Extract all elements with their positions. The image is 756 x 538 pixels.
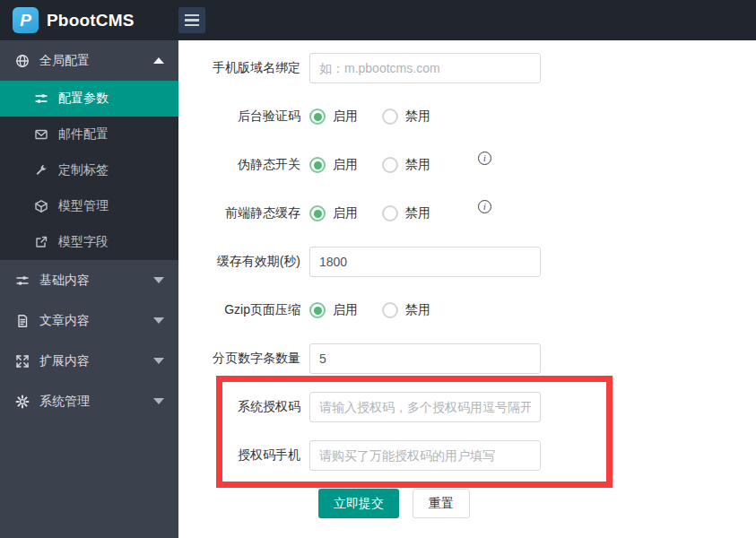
form-row-license-phone: 授权码手机 — [178, 440, 756, 471]
form-row-cache-expire: 缓存有效期(秒) — [178, 247, 756, 277]
field-label: 伪静态开关 — [178, 157, 309, 173]
field-label: 后台验证码 — [178, 108, 309, 125]
field-label: 前端静态缓存 — [178, 205, 309, 221]
pbootcms-logo-icon: P — [13, 7, 39, 33]
sidebar-item-custom-tags[interactable]: 定制标签 — [0, 152, 178, 188]
sidebar-item-config-params[interactable]: 配置参数 — [0, 81, 178, 117]
sidebar-item-label: 定制标签 — [58, 162, 109, 178]
sidebar-group-label: 文章内容 — [39, 313, 90, 329]
sidebar-group-extend-content[interactable]: 扩展内容 — [0, 341, 178, 381]
radio-icon — [382, 157, 398, 173]
wrench-icon — [34, 163, 48, 178]
sidebar-group-system-manage[interactable]: 系统管理 — [0, 381, 178, 421]
sliders-icon — [34, 91, 48, 106]
gear-icon — [15, 395, 30, 409]
sidebar-group-label: 扩展内容 — [39, 353, 90, 369]
sidebar-group-label: 基础内容 — [39, 273, 90, 289]
brand: P PbootCMS — [13, 7, 135, 33]
form-row-page-size: 分页数字条数量 — [178, 343, 756, 374]
hamburger-icon — [185, 14, 199, 17]
field-label: 授权码手机 — [178, 447, 309, 464]
radio-icon — [382, 205, 398, 221]
field-label: 系统授权码 — [178, 399, 309, 415]
license-phone-input[interactable] — [309, 440, 541, 471]
cache-expire-input[interactable] — [309, 247, 541, 277]
expand-arrows-icon — [15, 354, 30, 369]
info-icon[interactable]: i — [478, 200, 491, 213]
chevron-down-icon — [153, 358, 164, 364]
brand-name: PbootCMS — [47, 11, 135, 30]
info-icon[interactable]: i — [478, 152, 491, 165]
sliders-icon — [15, 273, 30, 288]
chevron-down-icon — [153, 277, 164, 283]
form-row-license-code: 系统授权码 — [178, 392, 756, 422]
mail-icon — [34, 127, 48, 142]
sidebar-item-model-fields[interactable]: 模型字段 — [0, 224, 178, 260]
radio-icon — [382, 302, 398, 318]
rewrite-disable-radio[interactable]: 禁用 — [382, 157, 430, 173]
form-row-rewrite: 伪静态开关 启用 禁用 i — [178, 150, 756, 180]
sidebar-item-label: 模型字段 — [58, 234, 109, 250]
sidebar-item-label: 配置参数 — [58, 91, 109, 107]
file-icon — [15, 314, 30, 328]
sidebar-toggle-button[interactable] — [178, 7, 205, 33]
external-link-icon — [34, 235, 48, 249]
radio-icon — [382, 108, 398, 125]
form-actions: 立即提交 重置 — [318, 489, 756, 518]
sidebar-group-article-content[interactable]: 文章内容 — [0, 300, 178, 341]
submit-button[interactable]: 立即提交 — [318, 489, 399, 518]
reset-button[interactable]: 重置 — [413, 489, 470, 518]
sidebar-item-mail-config[interactable]: 邮件配置 — [0, 117, 178, 152]
static-cache-enable-radio[interactable]: 启用 — [309, 205, 358, 221]
radio-icon — [309, 108, 326, 125]
field-label: Gzip页面压缩 — [178, 302, 309, 318]
gzip-enable-radio[interactable]: 启用 — [309, 302, 358, 318]
form-row-captcha: 后台验证码 启用 禁用 — [178, 101, 756, 132]
field-label: 缓存有效期(秒) — [178, 254, 309, 270]
radio-icon — [309, 205, 326, 221]
form-row-static-cache: 前端静态缓存 启用 禁用 i — [178, 198, 756, 229]
field-label: 分页数字条数量 — [178, 351, 309, 367]
radio-icon — [309, 157, 326, 173]
sidebar-item-label: 模型管理 — [58, 198, 109, 214]
cube-icon — [34, 199, 48, 213]
radio-icon — [309, 302, 326, 318]
sidebar-item-label: 邮件配置 — [58, 126, 109, 143]
globe-icon — [15, 54, 30, 68]
chevron-up-icon — [153, 57, 164, 64]
field-label: 手机版域名绑定 — [178, 60, 309, 76]
rewrite-enable-radio[interactable]: 启用 — [309, 157, 358, 173]
sidebar-group-basic-content[interactable]: 基础内容 — [0, 260, 178, 300]
captcha-disable-radio[interactable]: 禁用 — [382, 108, 430, 125]
page-size-input[interactable] — [309, 343, 541, 374]
topbar: P PbootCMS — [0, 0, 756, 40]
chevron-down-icon — [153, 317, 164, 324]
chevron-down-icon — [153, 398, 164, 404]
sidebar-item-model-manage[interactable]: 模型管理 — [0, 188, 178, 224]
static-cache-disable-radio[interactable]: 禁用 — [382, 205, 430, 221]
sidebar-group-label: 全局配置 — [39, 53, 90, 69]
sidebar-group-label: 系统管理 — [39, 394, 90, 410]
form-row-mobile-domain: 手机版域名绑定 — [178, 53, 756, 83]
captcha-enable-radio[interactable]: 启用 — [309, 108, 358, 125]
sidebar: 全局配置 配置参数 邮件配置 定制标签 模型管理 — [0, 40, 178, 538]
license-code-input[interactable] — [309, 392, 541, 422]
config-form: 手机版域名绑定 后台验证码 启用 禁用 伪静态开关 启用 禁用 i 前端静态缓存… — [178, 40, 756, 538]
form-row-gzip: Gzip页面压缩 启用 禁用 — [178, 295, 756, 325]
global-config-submenu: 配置参数 邮件配置 定制标签 模型管理 模型字段 — [0, 81, 178, 260]
sidebar-group-global-config[interactable]: 全局配置 — [0, 40, 178, 81]
mobile-domain-input[interactable] — [309, 53, 541, 83]
gzip-disable-radio[interactable]: 禁用 — [382, 302, 430, 318]
